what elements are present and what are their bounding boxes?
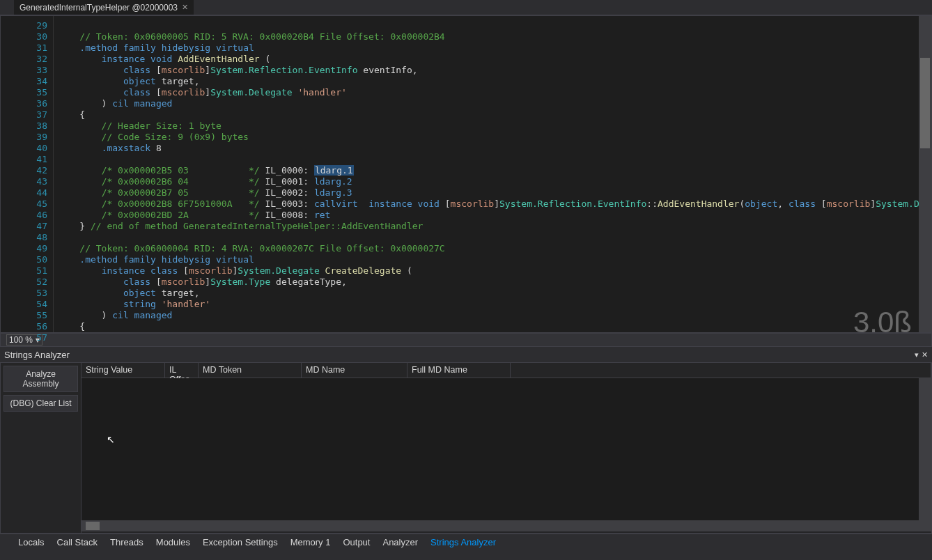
tab-strings-analyzer[interactable]: Strings Analyzer [426, 536, 500, 549]
tab-modules[interactable]: Modules [152, 536, 194, 549]
col-md-name[interactable]: MD Name [302, 363, 407, 378]
panel-titlebar: Strings Analyzer ▾ ✕ [0, 347, 932, 362]
tab-title: GeneratedInternalTypeHelper @02000003 [20, 3, 178, 13]
col-full-md-name[interactable]: Full MD Name [407, 363, 511, 378]
code-area[interactable]: // Token: 0x06000005 RID: 5 RVA: 0x00002… [54, 16, 931, 332]
col-string-value[interactable]: String Value [81, 363, 165, 378]
code-editor[interactable]: 2930313233343536373839404142434445464748… [0, 15, 932, 333]
results-grid[interactable]: String Value IL Offse MD Token MD Name F… [81, 363, 931, 533]
document-tab-bar: GeneratedInternalTypeHelper @02000003 ✕ [0, 0, 932, 15]
grid-horizontal-scrollbar[interactable] [81, 520, 931, 531]
bottom-tab-strip: Locals Call Stack Threads Modules Except… [0, 534, 932, 550]
col-spacer [511, 363, 931, 378]
analyze-assembly-button[interactable]: Analyze Assembly [3, 366, 78, 392]
tab-exception-settings[interactable]: Exception Settings [199, 536, 282, 549]
tab-locals[interactable]: Locals [14, 536, 49, 549]
clear-list-button[interactable]: (DBG) Clear List [3, 395, 78, 412]
tab-memory-1[interactable]: Memory 1 [286, 536, 335, 549]
line-gutter: 2930313233343536373839404142434445464748… [1, 16, 54, 332]
col-il-offset[interactable]: IL Offse [165, 363, 199, 378]
close-panel-icon[interactable]: ✕ [922, 350, 928, 359]
zoom-bar: 100 % ▾ [0, 333, 932, 347]
cursor-icon: ↖ [107, 434, 115, 445]
col-md-token[interactable]: MD Token [199, 363, 302, 378]
grid-vertical-scrollbar[interactable] [919, 378, 931, 522]
close-icon[interactable]: ✕ [182, 3, 188, 12]
analyzer-toolbar: Analyze Assembly (DBG) Clear List [1, 363, 81, 533]
grid-header: String Value IL Offse MD Token MD Name F… [81, 363, 931, 378]
tab-analyzer[interactable]: Analyzer [378, 536, 422, 549]
document-tab[interactable]: GeneratedInternalTypeHelper @02000003 ✕ [14, 0, 194, 15]
editor-vertical-scrollbar[interactable] [919, 16, 931, 332]
strings-analyzer-panel: Analyze Assembly (DBG) Clear List String… [0, 362, 932, 534]
panel-menu-icon[interactable]: ▾ [915, 350, 919, 359]
scrollbar-thumb[interactable] [86, 522, 100, 530]
grid-body: ↖ [81, 378, 931, 531]
tab-threads[interactable]: Threads [106, 536, 148, 549]
scrollbar-thumb[interactable] [920, 58, 930, 148]
version-watermark: 3.0ß [853, 317, 912, 328]
panel-title-text: Strings Analyzer [4, 350, 70, 360]
tab-output[interactable]: Output [339, 536, 374, 549]
tab-call-stack[interactable]: Call Stack [53, 536, 102, 549]
